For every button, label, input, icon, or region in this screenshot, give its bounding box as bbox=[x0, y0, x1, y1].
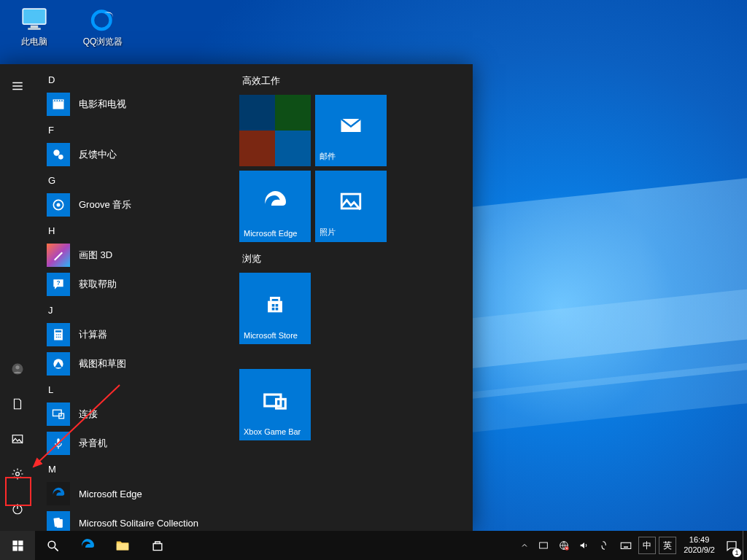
svg-rect-46 bbox=[12, 546, 17, 551]
ime-indicator-en[interactable]: 英 bbox=[659, 537, 676, 554]
letter-header[interactable]: M bbox=[35, 458, 231, 479]
svg-point-27 bbox=[58, 337, 59, 338]
svg-text:?: ? bbox=[56, 279, 60, 287]
start-button[interactable] bbox=[0, 531, 35, 560]
svg-rect-30 bbox=[53, 410, 62, 416]
ime-indicator-zh[interactable]: 中 bbox=[638, 537, 656, 554]
app-item-voice-recorder[interactable]: 录音机 bbox=[35, 429, 231, 458]
settings-button[interactable] bbox=[0, 456, 35, 491]
app-item-movies-tv[interactable]: 电影和电视 bbox=[35, 90, 231, 119]
taskbar-app-store[interactable] bbox=[140, 531, 175, 560]
app-label: Microsoft Solitaire Collection bbox=[79, 518, 198, 529]
svg-rect-15 bbox=[61, 100, 63, 101]
app-label: 电影和电视 bbox=[79, 98, 126, 111]
svg-point-23 bbox=[56, 334, 58, 335]
tile-xbox-game-bar[interactable]: Xbox Game Bar bbox=[239, 369, 311, 440]
svg-rect-40 bbox=[272, 308, 275, 311]
letter-header[interactable]: H bbox=[35, 219, 231, 241]
tray-overflow-button[interactable] bbox=[516, 531, 533, 560]
letter-header[interactable]: F bbox=[35, 119, 231, 140]
taskbar-clock[interactable]: 16:49 2020/9/2 bbox=[678, 531, 721, 560]
tile-photos[interactable]: 照片 bbox=[315, 171, 387, 242]
svg-rect-22 bbox=[55, 330, 61, 332]
svg-rect-2 bbox=[28, 28, 41, 30]
power-button[interactable] bbox=[0, 491, 35, 526]
expand-button[interactable] bbox=[0, 69, 35, 104]
letter-header[interactable]: G bbox=[35, 169, 231, 190]
letter-header[interactable]: L bbox=[35, 378, 231, 400]
desktop-icon-this-pc[interactable]: 此电脑 bbox=[7, 4, 61, 48]
app-item-microsoft-edge[interactable]: Microsoft Edge bbox=[35, 479, 231, 508]
tile-edge[interactable]: Microsoft Edge bbox=[239, 171, 311, 242]
desktop-icon-qq-browser[interactable]: QQ浏览器 bbox=[76, 4, 130, 48]
user-button[interactable] bbox=[0, 351, 35, 386]
app-label: 录音机 bbox=[79, 437, 107, 450]
desktop-icons-area: 此电脑 QQ浏览器 bbox=[7, 4, 130, 48]
svg-rect-14 bbox=[59, 100, 61, 101]
svg-rect-11 bbox=[53, 102, 64, 109]
svg-rect-47 bbox=[18, 546, 23, 551]
svg-rect-56 bbox=[621, 542, 631, 548]
svg-point-25 bbox=[60, 334, 61, 335]
svg-rect-50 bbox=[117, 543, 129, 550]
start-menu-tiles: 高效工作 邮件 Microsoft Edge 照片 浏览 M bbox=[231, 64, 473, 531]
svg-point-16 bbox=[53, 149, 59, 155]
tile-group-header[interactable]: 浏览 bbox=[239, 246, 464, 273]
film-icon bbox=[47, 93, 70, 116]
letter-header[interactable]: D bbox=[35, 69, 231, 90]
svg-rect-0 bbox=[23, 9, 46, 24]
taskbar-app-edge[interactable] bbox=[70, 531, 105, 560]
app-label: 反馈中心 bbox=[79, 148, 117, 161]
tray-sound-icon[interactable] bbox=[574, 531, 595, 560]
start-menu-app-list[interactable]: D 电影和电视 F 反馈中心 G Groove 音乐 H 画图 3D ? 获取帮… bbox=[35, 64, 231, 531]
app-item-snip-sketch[interactable]: 截图和草图 bbox=[35, 349, 231, 378]
tray-easyaccess-icon[interactable] bbox=[533, 531, 554, 560]
search-button[interactable] bbox=[35, 531, 70, 560]
app-item-connect[interactable]: 连接 bbox=[35, 400, 231, 429]
tile-label: 照片 bbox=[320, 227, 382, 238]
svg-point-19 bbox=[57, 203, 61, 207]
svg-rect-13 bbox=[57, 100, 58, 101]
tray-ime-tool-icon[interactable] bbox=[595, 531, 615, 560]
app-label: 获取帮助 bbox=[79, 278, 117, 291]
tile-ms-store[interactable]: Microsoft Store bbox=[239, 273, 311, 344]
recorder-icon bbox=[47, 432, 70, 455]
help-icon: ? bbox=[47, 273, 70, 296]
taskbar: 中 英 16:49 2020/9/2 1 bbox=[0, 531, 747, 560]
app-item-paint-3d[interactable]: 画图 3D bbox=[35, 241, 231, 270]
notification-count-badge: 1 bbox=[732, 548, 741, 557]
app-label: Groove 音乐 bbox=[79, 198, 131, 211]
edge-icon bbox=[47, 482, 70, 505]
tile-mail[interactable]: 邮件 bbox=[315, 95, 387, 166]
app-item-solitaire[interactable]: Microsoft Solitaire Collection bbox=[35, 508, 231, 531]
documents-button[interactable] bbox=[0, 386, 35, 421]
app-item-get-help[interactable]: ? 获取帮助 bbox=[35, 270, 231, 299]
xbox-icon bbox=[244, 373, 306, 427]
clock-date: 2020/9/2 bbox=[684, 545, 715, 556]
tray-network-icon[interactable] bbox=[554, 531, 574, 560]
app-item-feedback-hub[interactable]: 反馈中心 bbox=[35, 140, 231, 169]
this-pc-icon bbox=[19, 4, 50, 34]
tile-label: Microsoft Edge bbox=[244, 229, 306, 238]
svg-point-28 bbox=[60, 337, 61, 338]
taskbar-app-explorer[interactable] bbox=[105, 531, 140, 560]
svg-rect-51 bbox=[540, 542, 548, 548]
photos-icon bbox=[320, 175, 382, 227]
feedback-icon bbox=[47, 143, 70, 166]
app-item-calculator[interactable]: 计算器 bbox=[35, 320, 231, 349]
notifications-button[interactable]: 1 bbox=[721, 531, 743, 560]
app-label: Microsoft Edge bbox=[79, 489, 142, 499]
show-desktop-button[interactable] bbox=[743, 531, 747, 560]
connect-icon bbox=[47, 402, 70, 426]
app-item-groove-music[interactable]: Groove 音乐 bbox=[35, 190, 231, 219]
svg-line-49 bbox=[54, 547, 58, 551]
letter-header[interactable]: J bbox=[35, 299, 231, 320]
pictures-button[interactable] bbox=[0, 421, 35, 456]
tile-group-header[interactable]: 高效工作 bbox=[239, 69, 464, 95]
start-menu: D 电影和电视 F 反馈中心 G Groove 音乐 H 画图 3D ? 获取帮… bbox=[0, 64, 473, 531]
tile-app-folder[interactable] bbox=[239, 95, 311, 166]
tray-keyboard-icon[interactable] bbox=[615, 531, 637, 560]
app-label: 截图和草图 bbox=[79, 357, 126, 370]
svg-rect-39 bbox=[276, 304, 279, 307]
app-label: 连接 bbox=[79, 408, 98, 421]
